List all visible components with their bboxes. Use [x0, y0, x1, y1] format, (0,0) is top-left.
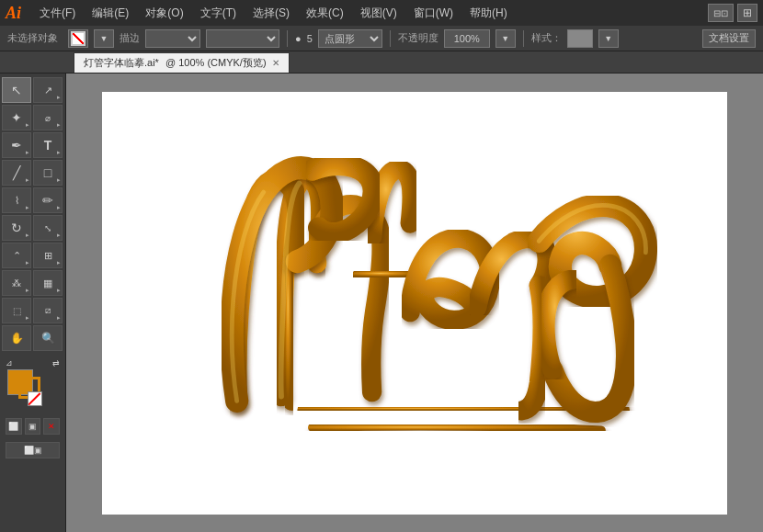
rect-tool[interactable]: □ ▸ [33, 160, 63, 186]
brush-tool[interactable]: ⌇ ▸ [2, 187, 31, 213]
style-dropdown[interactable]: ▼ [598, 29, 619, 48]
scale-tool[interactable]: ⤡ ▸ [33, 215, 63, 241]
fill-stroke-area: ⊿ ⇄ [2, 358, 63, 413]
screen-mode-icons: ⬜▣ [2, 439, 63, 461]
artboard-tool[interactable]: ⬚ ▸ [2, 298, 31, 323]
menu-file[interactable]: 文件(F) [32, 4, 83, 23]
tool-row-9: ⬚ ▸ ⧄ ▸ [2, 298, 63, 323]
tool-row-1: ↖ ↗ ▸ [2, 77, 63, 103]
stroke-width-select[interactable] [145, 29, 200, 48]
direct-select-tool[interactable]: ↗ ▸ [33, 77, 63, 103]
tool-row-10: ✋ 🔍 [2, 325, 63, 351]
selection-tool[interactable]: ↖ [2, 77, 31, 103]
canvas-area: .tube-stroke { fill: none; stroke: url(#… [66, 74, 763, 532]
menu-object[interactable]: 对象(O) [138, 4, 190, 23]
menu-view[interactable]: 视图(V) [353, 4, 404, 23]
rotate-tool[interactable]: ↻ ▸ [2, 215, 31, 241]
stroke-label: 描边 [120, 31, 140, 45]
tool-row-7: ⌃ ▸ ⊞ ▸ [2, 243, 63, 268]
lasso-tool[interactable]: ⌀ ▸ [33, 105, 63, 130]
doc-settings-btn[interactable]: 文档设置 [702, 29, 756, 48]
tool-row-2: ✦ ▸ ⌀ ▸ [2, 105, 63, 130]
menu-text[interactable]: 文字(T) [193, 4, 244, 23]
tab-close-btn[interactable]: ✕ [272, 58, 279, 68]
toolbar: ↖ ↗ ▸ ✦ ▸ ⌀ ▸ ✒ ▸ T [0, 74, 66, 532]
tool-row-6: ↻ ▸ ⤡ ▸ [2, 215, 63, 241]
pencil-tool[interactable]: ✏ ▸ [33, 187, 63, 213]
graph-tool[interactable]: ▦ ▸ [33, 270, 63, 296]
stroke-color-swatch [71, 31, 85, 46]
shape-select[interactable]: 点圆形 [318, 29, 382, 48]
color-mode-icons: ⬜ ▣ ✕ [2, 415, 63, 437]
menu-edit[interactable]: 编辑(E) [85, 4, 136, 23]
default-colors-btn[interactable]: ⊿ [6, 358, 13, 368]
menu-help[interactable]: 帮助(H) [462, 4, 515, 23]
app-logo: Ai [6, 4, 21, 23]
tool-row-8: ⁂ ▸ ▦ ▸ [2, 270, 63, 296]
zoom-tool[interactable]: 🔍 [33, 325, 63, 351]
menu-effect[interactable]: 效果(C) [299, 4, 351, 23]
style-label: 样式： [531, 31, 562, 45]
color-mode-btn[interactable]: ⬜ [6, 418, 22, 435]
main-area: ↖ ↗ ▸ ✦ ▸ ⌀ ▸ ✒ ▸ T [0, 74, 763, 532]
stroke-style-select[interactable] [206, 29, 279, 48]
active-tab[interactable]: 灯管字体临摹.ai* @ 100% (CMYK/预览) ✕ [74, 52, 290, 73]
canvas: .tube-stroke { fill: none; stroke: url(#… [102, 92, 727, 515]
opacity-dropdown[interactable]: ▼ [495, 29, 516, 48]
stroke-color-indicator[interactable] [68, 29, 88, 48]
options-bar: 未选择对象 ▼ 描边 ● 5 点圆形 不透明度 ▼ 样式： ▼ 文档设置 [0, 26, 763, 51]
none-mode-btn[interactable]: ✕ [43, 418, 60, 435]
title-right-icons: ⊟⊡ ⊞ [708, 4, 757, 22]
tool-row-5: ⌇ ▸ ✏ ▸ [2, 187, 63, 213]
opacity-input[interactable] [444, 29, 490, 48]
lettering-artwork: .tube-stroke { fill: none; stroke: url(#… [148, 138, 681, 469]
none-color-swatch[interactable] [28, 391, 42, 406]
symbol-sprayer-tool[interactable]: ⁂ ▸ [2, 270, 31, 296]
gradient-mode-btn[interactable]: ▣ [25, 418, 41, 435]
workspace-icon[interactable]: ⊟⊡ [708, 4, 734, 22]
menu-window[interactable]: 窗口(W) [406, 4, 461, 23]
menu-bar: 文件(F) 编辑(E) 对象(O) 文字(T) 选择(S) 效果(C) 视图(V… [32, 4, 708, 23]
tab-title: 灯管字体临摹.ai* @ 100% (CMYK/预览) [84, 56, 267, 70]
tool-row-3: ✒ ▸ T ▸ [2, 132, 63, 158]
line-tool[interactable]: ╱ ▸ [2, 160, 31, 186]
hand-tool[interactable]: ✋ [2, 325, 31, 351]
swap-colors-btn[interactable]: ⇄ [52, 358, 60, 368]
slice-tool[interactable]: ⧄ ▸ [33, 298, 63, 323]
type-tool[interactable]: T ▸ [33, 132, 63, 158]
stroke-options-btn[interactable]: ▼ [94, 29, 114, 48]
screen-mode-btn[interactable]: ⬜▣ [6, 442, 60, 458]
warp-tool[interactable]: ⌃ ▸ [2, 243, 31, 268]
tool-row-4: ╱ ▸ □ ▸ [2, 160, 63, 186]
tab-bar: 灯管字体临摹.ai* @ 100% (CMYK/预览) ✕ [0, 51, 763, 74]
free-transform-tool[interactable]: ⊞ ▸ [33, 243, 63, 268]
dot-size-value: 5 [307, 33, 313, 44]
title-bar: Ai 文件(F) 编辑(E) 对象(O) 文字(T) 选择(S) 效果(C) 视… [0, 0, 763, 26]
arrange-icon[interactable]: ⊞ [737, 4, 757, 22]
menu-select[interactable]: 选择(S) [245, 4, 297, 23]
pen-tool[interactable]: ✒ ▸ [2, 132, 31, 158]
object-label: 未选择对象 [7, 31, 63, 45]
magic-wand-tool[interactable]: ✦ ▸ [2, 105, 31, 130]
opacity-label: 不透明度 [398, 31, 438, 45]
style-swatch[interactable] [567, 29, 593, 48]
